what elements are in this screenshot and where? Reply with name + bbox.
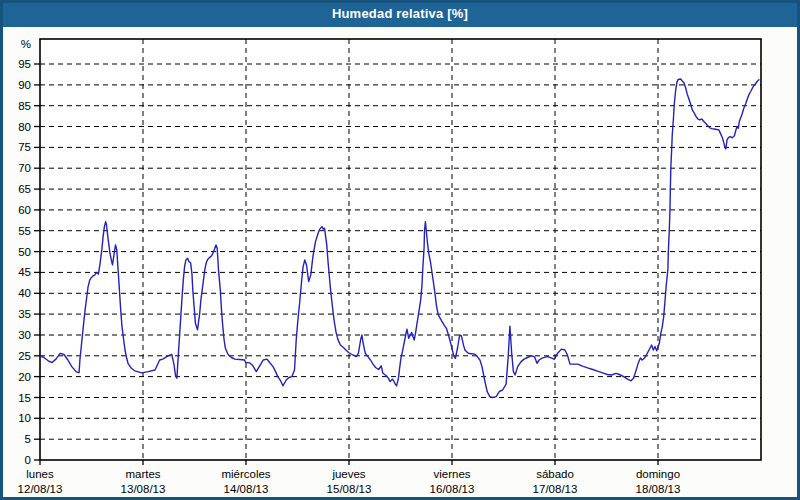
y-tick-label: 40	[18, 287, 31, 299]
x-day-label: viernes	[433, 468, 470, 480]
y-tick-label: 75	[18, 141, 31, 153]
y-tick-label: 70	[18, 162, 31, 174]
x-date-label: 18/08/13	[636, 483, 681, 495]
y-tick-label: 55	[18, 225, 31, 237]
y-axis-unit-label: %	[21, 38, 31, 50]
y-tick-label: 35	[18, 308, 31, 320]
y-tick-label: 90	[18, 79, 31, 91]
y-tick-label: 25	[18, 350, 31, 362]
y-tick-label: 65	[18, 183, 31, 195]
y-tick-label: 5	[25, 433, 31, 445]
x-date-label: 12/08/13	[18, 483, 63, 495]
y-tick-label: 50	[18, 246, 31, 258]
x-date-label: 16/08/13	[430, 483, 475, 495]
x-date-label: 17/08/13	[533, 483, 578, 495]
x-date-label: 13/08/13	[121, 483, 166, 495]
humidity-chart: 05101520253035404550556065707580859095%l…	[0, 0, 800, 500]
y-tick-label: 80	[18, 121, 31, 133]
y-tick-label: 15	[18, 392, 31, 404]
x-day-label: domingo	[636, 468, 680, 480]
x-day-label: jueves	[331, 468, 365, 480]
x-day-label: martes	[125, 468, 160, 480]
y-tick-label: 85	[18, 100, 31, 112]
chart-title: Humedad relativa [%]	[332, 6, 468, 21]
y-tick-label: 30	[18, 329, 31, 341]
chart-title-bar: Humedad relativa [%]	[0, 0, 800, 27]
y-tick-label: 10	[18, 412, 31, 424]
x-day-label: lunes	[26, 468, 54, 480]
y-tick-label: 45	[18, 266, 31, 278]
plot-area	[40, 39, 761, 460]
x-date-label: 15/08/13	[327, 483, 372, 495]
x-day-label: sábado	[536, 468, 574, 480]
x-day-label: miércoles	[221, 468, 270, 480]
y-tick-label: 60	[18, 204, 31, 216]
x-date-label: 14/08/13	[224, 483, 269, 495]
y-tick-label: 20	[18, 371, 31, 383]
y-tick-label: 0	[25, 454, 31, 466]
y-tick-label: 95	[18, 58, 31, 70]
